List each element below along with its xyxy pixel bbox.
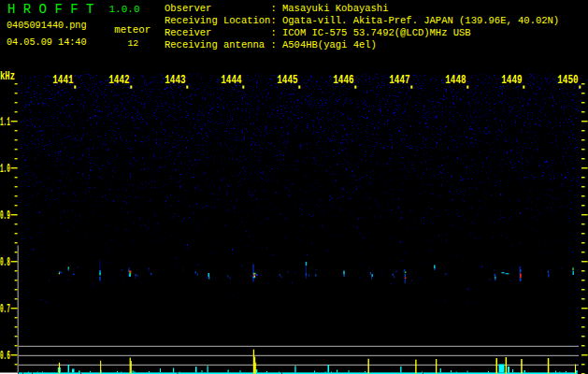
svg-text:12: 12	[127, 38, 138, 49]
svg-text:0405091440.png: 0405091440.png	[7, 21, 87, 31]
svg-text:1446: 1446	[333, 73, 353, 87]
svg-text:1448: 1448	[445, 73, 466, 87]
svg-text:H R O F F T: H R O F F T	[7, 2, 93, 17]
svg-text:0.8: 0.8	[0, 256, 10, 269]
svg-text:0.6: 0.6	[0, 350, 10, 363]
svg-text:1441: 1441	[52, 73, 74, 87]
svg-text:1445: 1445	[277, 73, 298, 87]
svg-text:1444: 1444	[221, 73, 242, 87]
svg-text:04.05.09 14:40: 04.05.09 14:40	[7, 37, 87, 48]
svg-text:Receiving Location: Ogata-vill: Receiving Location: Ogata-vill. Akita-Pr…	[165, 15, 559, 26]
svg-text:1447: 1447	[389, 73, 409, 87]
svg-text:kHz: kHz	[0, 70, 15, 83]
svg-text:Receiving antenna : A504HB(yag: Receiving antenna : A504HB(yagi 4el)	[165, 39, 377, 50]
svg-text:1.0.0: 1.0.0	[109, 4, 140, 15]
svg-text:Receiver : ICOM IC-57: Receiver : ICOM IC-575 53.7492(@LCD)MHz …	[165, 27, 471, 38]
svg-text:1450: 1450	[557, 73, 578, 87]
svg-text:1.1: 1.1	[0, 116, 10, 129]
svg-text:Observer : Masayuki K: Observer : Masayuki Kobayashi	[165, 3, 388, 14]
svg-text:meteor: meteor	[114, 24, 151, 36]
svg-text:1442: 1442	[108, 73, 129, 87]
svg-text:1443: 1443	[165, 73, 186, 87]
svg-text:0.7: 0.7	[0, 303, 10, 316]
svg-text:0.9: 0.9	[0, 209, 10, 223]
svg-text:1.0: 1.0	[0, 163, 10, 176]
svg-text:1449: 1449	[501, 73, 522, 87]
